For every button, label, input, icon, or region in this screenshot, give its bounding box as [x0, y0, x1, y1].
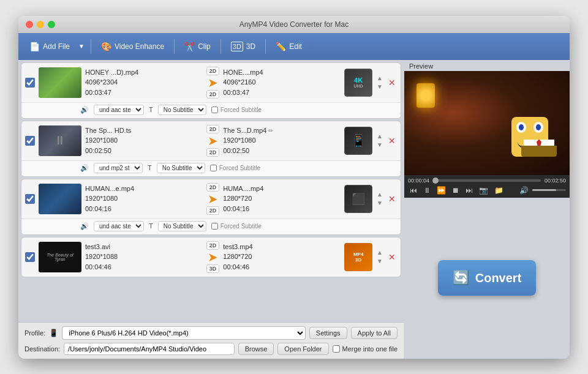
add-file-dropdown[interactable]: ▼	[77, 40, 86, 52]
toolbar-divider-4	[265, 39, 266, 54]
audio-select-1[interactable]: und aac ste	[94, 105, 144, 115]
file-item-3: HUMAN...e.mp4 1920*1080 00:04:16 2D ➤ 2D…	[21, 179, 401, 235]
forced-sub-check-2[interactable]	[210, 165, 217, 171]
open-folder-button[interactable]: Open Folder	[277, 343, 328, 355]
scroll-down-1[interactable]: ▼	[376, 83, 383, 91]
edit-button[interactable]: ✏️ Edit	[271, 39, 307, 54]
skip-forward-button[interactable]: ⏭	[464, 185, 475, 195]
file-dur-in-2: 00:02:50	[85, 146, 203, 156]
browse-button[interactable]: Browse	[238, 343, 274, 355]
file-dur-in-4: 00:04:46	[85, 262, 203, 272]
progress-row: 00:00:04 00:02:50	[408, 178, 566, 184]
play-pause-button[interactable]: ⏸	[421, 185, 432, 195]
output-name-row-4: test3.mp4	[223, 242, 341, 252]
audio-select-3[interactable]: und aac ste	[94, 221, 144, 231]
screenshot-button[interactable]: 📷	[477, 185, 490, 195]
scroll-down-3[interactable]: ▼	[376, 200, 383, 207]
file-checkbox-1[interactable]	[25, 78, 35, 88]
arrow-icon-4: ➤	[208, 251, 218, 263]
audio-select-2[interactable]: und mp2 st	[94, 163, 143, 173]
scroll-up-3[interactable]: ▲	[376, 191, 383, 198]
video-enhance-label: Video Enhance	[115, 42, 164, 51]
profile-select[interactable]: iPhone 6 Plus/6 H.264 HD Video(*.mp4)	[62, 326, 306, 340]
volume-icon[interactable]: 🔊	[518, 185, 530, 195]
preview-label: Preview	[404, 60, 570, 71]
minimize-button[interactable]	[37, 21, 44, 28]
remove-file-4[interactable]: ✕	[387, 253, 397, 261]
right-panel: Preview	[404, 60, 570, 359]
video-enhance-button[interactable]: 🎨 Video Enhance	[96, 39, 169, 54]
stop-button[interactable]: ⏹	[450, 185, 461, 195]
scroll-up-4[interactable]: ▲	[376, 249, 383, 256]
scroll-down-4[interactable]: ▼	[376, 258, 383, 265]
mode-in-4: 2D	[206, 241, 220, 250]
sb-body	[511, 117, 548, 157]
subtitle-select-1[interactable]: No Subtitle	[158, 105, 206, 115]
volume-bar[interactable]	[532, 189, 566, 191]
file-checkbox-2[interactable]	[25, 136, 35, 146]
subtitle-select-2[interactable]: No Subtitle	[157, 163, 205, 173]
3d-label: 3D	[246, 42, 255, 51]
controls-row: ⏮ ⏸ ⏩ ⏹ ⏭ 📷 📁 🔊	[408, 185, 566, 195]
merge-checkbox[interactable]	[333, 345, 340, 353]
file-res-out-4: 1280*720	[223, 252, 341, 262]
video-enhance-icon: 🎨	[101, 42, 111, 51]
file-name-out-2: The S...D.mp4	[223, 125, 266, 136]
file-checkbox-4[interactable]	[25, 252, 35, 262]
remove-file-3[interactable]: ✕	[387, 195, 397, 203]
3d-button[interactable]: 3D 3D	[226, 39, 260, 54]
close-button[interactable]	[26, 21, 33, 28]
file-info-out-1: HONE....mp4 4096*2160 00:03:47	[223, 67, 341, 98]
destination-input[interactable]: /Users/jonly/Documents/AnyMP4 Studio/Vid…	[64, 343, 235, 355]
3d-icon: 3D	[231, 42, 243, 51]
file-list: HONEY ...D).mp4 4096*2304 00:03:47 2D ➤ …	[18, 60, 404, 322]
folder-button[interactable]: 📁	[492, 185, 505, 195]
file-item-main-2: ⏸ The Sp... HD.ts 1920*1080 00:02:50 2D …	[21, 121, 401, 160]
remove-file-2[interactable]: ✕	[387, 137, 397, 145]
forced-subtitle-label-2: Forced Subtitle	[210, 165, 260, 171]
volume-row: 🔊	[518, 185, 566, 195]
toolbar-divider-2	[174, 39, 175, 54]
file-res-in-4: 1920*1088	[85, 252, 203, 262]
arrow-area-3: 2D ➤ 2D	[206, 183, 220, 215]
window-title: AnyMP4 Video Converter for Mac	[239, 20, 349, 29]
sb-eye-right	[533, 122, 543, 133]
convert-button[interactable]: 🔄 Convert	[438, 260, 536, 296]
clip-button[interactable]: ✂️ Clip	[179, 39, 216, 54]
file-res-in-3: 1920*1080	[85, 193, 203, 204]
fast-forward-button[interactable]: ⏩	[435, 185, 448, 195]
file-item-main-1: HONEY ...D).mp4 4096*2304 00:03:47 2D ➤ …	[21, 63, 401, 102]
file-checkbox-3[interactable]	[25, 194, 35, 204]
arrow-icon-2: ➤	[208, 135, 218, 147]
arrow-area-2: 2D ➤ 2D	[206, 125, 220, 157]
progress-bar[interactable]	[433, 179, 541, 182]
file-info-out-4: test3.mp4 1280*720 00:04:46	[223, 242, 341, 272]
forced-sub-check-3[interactable]	[211, 223, 218, 230]
remove-file-1[interactable]: ✕	[387, 78, 397, 87]
maximize-button[interactable]	[48, 21, 55, 28]
destination-label: Destination:	[24, 345, 60, 353]
file-thumbnail-2: ⏸	[39, 125, 81, 156]
left-panel: HONEY ...D).mp4 4096*2304 00:03:47 2D ➤ …	[18, 60, 404, 359]
file-res-in-2: 1920*1080	[85, 135, 203, 146]
progress-thumb[interactable]	[432, 178, 439, 184]
scroll-down-2[interactable]: ▼	[376, 141, 383, 149]
mode-in-1: 2D	[206, 67, 220, 75]
main-window: AnyMP4 Video Converter for Mac 📄 Add Fil…	[18, 16, 570, 359]
file-item-2: ⏸ The Sp... HD.ts 1920*1080 00:02:50 2D …	[21, 121, 401, 177]
toolbar-divider-3	[221, 39, 221, 54]
clip-icon: ✂️	[184, 42, 195, 51]
sb-pants	[521, 146, 557, 157]
time-total: 00:02:50	[545, 178, 566, 184]
file-item: HONEY ...D).mp4 4096*2304 00:03:47 2D ➤ …	[21, 62, 401, 119]
subtitle-select-3[interactable]: No Subtitle	[158, 221, 206, 231]
scroll-up-2[interactable]: ▲	[376, 133, 383, 140]
apply-to-all-button[interactable]: Apply to All	[351, 327, 398, 339]
scroll-up-1[interactable]: ▲	[376, 75, 383, 82]
forced-subtitle-label-1: Forced Subtitle	[211, 107, 262, 113]
settings-button[interactable]: Settings	[309, 327, 347, 339]
skip-back-button[interactable]: ⏮	[408, 185, 419, 195]
forced-sub-check-1[interactable]	[211, 107, 218, 113]
add-file-button[interactable]: 📄 Add File	[24, 39, 75, 54]
edit-name-icon-2[interactable]: ✏	[268, 126, 273, 135]
